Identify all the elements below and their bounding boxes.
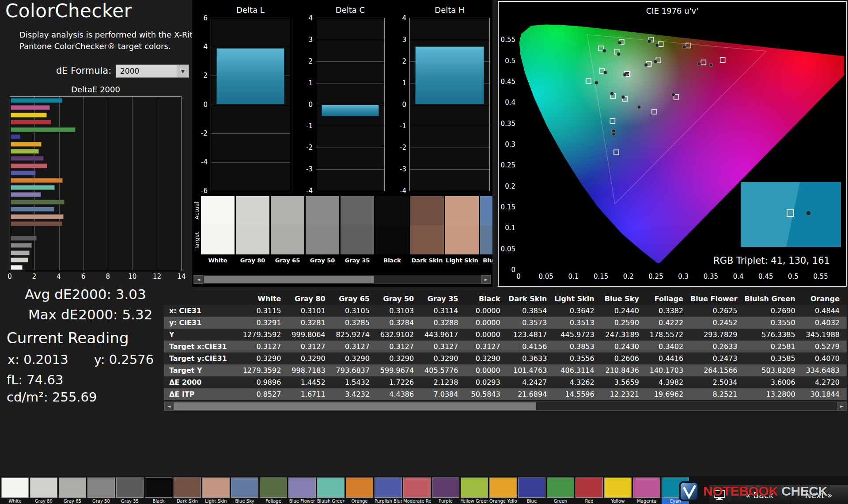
swatch-magenta[interactable]: Magenta [633, 477, 660, 504]
gridline [410, 126, 489, 126]
target-color [480, 225, 492, 254]
gridline [316, 40, 384, 40]
table-cell: 0.0293 [465, 376, 507, 388]
subtitle-line1: Display analysis is performed with the X… [19, 29, 201, 41]
target-color [410, 225, 444, 254]
swatch-purple[interactable]: Purple [432, 477, 459, 504]
actual-color [410, 196, 444, 225]
swatch-blue-flower[interactable]: Blue Flower [288, 477, 316, 504]
de-bar-dark-skin [11, 221, 62, 226]
de-bar-gray-65 [11, 250, 30, 255]
column-header-blue-sky: Blue Sky [602, 293, 646, 305]
strip-patch-gray-80: Gray 80 [236, 196, 269, 274]
swatch-gray-80[interactable]: Gray 80 [30, 477, 57, 504]
scroll-left-icon[interactable] [194, 275, 203, 284]
table-cell: 0.2430 [602, 341, 646, 352]
table-cell: 0.4032 [803, 317, 847, 329]
table-cell: 0.4844 [803, 305, 847, 317]
gridline [211, 47, 290, 47]
gridline [410, 40, 489, 40]
swatch-moderate-red[interactable]: Moderate Red [403, 477, 431, 504]
table-cell: 334.6483 [803, 364, 847, 376]
swatch-yellow[interactable]: Yellow [604, 477, 632, 504]
gridline [211, 105, 290, 105]
chevron-down-icon[interactable] [177, 65, 189, 77]
swatch-gray-35[interactable]: Gray 35 [116, 477, 144, 504]
swatch-orange[interactable]: Orange [346, 477, 373, 504]
scroll-left-icon[interactable] [164, 402, 174, 410]
chart-plot: 43210-1-2-3-4 [316, 18, 385, 191]
row-label: Y [164, 329, 242, 341]
strip-patch-blue-sky: Blue Sky [480, 196, 492, 274]
chart-title: Delta H [409, 5, 490, 16]
table-cell: 19.6962 [646, 388, 690, 400]
swatch-label: Green [547, 498, 574, 504]
axis-tick-label: -3 [400, 165, 406, 173]
scrollbar-thumb[interactable] [204, 276, 374, 283]
table-cell: 123.4817 [507, 329, 554, 341]
swatch-orange-yellow[interactable]: Orange Yellow [489, 477, 517, 504]
swatch-blue-sky[interactable]: Blue Sky [231, 477, 258, 504]
de-bar-blue-flower [11, 192, 41, 197]
subtitle-line2: Pantone ColorChecker® target colors. [19, 41, 201, 52]
de-formula-dropdown[interactable]: 2000 [116, 64, 189, 78]
target-color [236, 225, 269, 254]
axis-tick-label: 4 [203, 43, 208, 51]
swatch-dark-skin[interactable]: Dark Skin [174, 477, 201, 504]
axis-tick-label: 1 [402, 79, 406, 87]
patch-strip: Actual Target WhiteGray 80Gray 65Gray 50… [192, 196, 492, 274]
measured-marker-cyan [594, 81, 598, 84]
swatch-light-skin[interactable]: Light Skin [202, 477, 230, 504]
de-bar-purple [11, 156, 44, 161]
axis-tick-label: 2 [308, 57, 313, 65]
swatch-color [604, 477, 632, 498]
de2000-plot [10, 96, 182, 271]
swatch-gray-65[interactable]: Gray 65 [59, 477, 86, 504]
axis-tick-label: 2 [402, 57, 406, 65]
axis-tick-label: 2 [203, 72, 208, 80]
swatch-black[interactable]: Black [145, 477, 172, 504]
swatch-purplish-blue[interactable]: Purplish Blue [375, 477, 402, 504]
delta-chart-delta-h: Delta H43210-1-2-3-4 [394, 5, 490, 191]
swatch-label: Black [145, 498, 172, 504]
swatch-color [59, 477, 86, 498]
table-scrollbar[interactable] [164, 402, 847, 411]
swatch-white[interactable]: White [1, 477, 29, 504]
row-label: Target y:CIE31 [164, 352, 242, 364]
table-cell: 632.9102 [377, 329, 421, 341]
swatch-bluish-green[interactable]: Bluish Green [317, 477, 344, 504]
table-cell: 0.0000 [465, 317, 507, 329]
swatch-green[interactable]: Green [547, 477, 574, 504]
measured-marker-dark-skin [654, 60, 657, 63]
patch-selector-toolbar: WhiteGray 80Gray 65Gray 50Gray 35BlackDa… [1, 477, 689, 504]
table-cell: 0.4416 [646, 352, 690, 364]
scroll-right-icon[interactable] [481, 275, 491, 284]
actual-color [375, 196, 409, 225]
axis-tick-label: 0.15 [501, 203, 515, 211]
swatch-color [260, 477, 287, 498]
swatch-label: Yellow [604, 498, 632, 504]
patch-strip-scrollbar[interactable] [193, 275, 491, 284]
swatch-foliage[interactable]: Foliage [260, 477, 287, 504]
scroll-right-icon[interactable] [837, 402, 846, 410]
table-cell: 0.5279 [803, 341, 847, 352]
table-cell: 443.9617 [421, 329, 465, 341]
table-cell: 0.2590 [602, 317, 646, 329]
table-cell: 0.3115 [242, 305, 288, 317]
swatch-blue[interactable]: Blue [518, 477, 545, 504]
actual-row-label: Actual [193, 196, 200, 225]
strip-patch-gray-35: Gray 35 [341, 196, 374, 274]
swatch-red[interactable]: Red [575, 477, 603, 504]
swatch-yellow-green[interactable]: Yellow Green [461, 477, 488, 504]
measured-marker-blue-sky [610, 92, 614, 95]
scrollbar-thumb[interactable] [174, 402, 536, 410]
swatch-gray-50[interactable]: Gray 50 [87, 477, 115, 504]
measured-marker-orange-yellow [655, 44, 659, 47]
table-cell: 0.3290 [421, 352, 465, 364]
delta-bar [322, 105, 379, 117]
column-header-light-skin: Light Skin [554, 293, 601, 305]
de-bar-yellow-green [11, 149, 39, 154]
gridline [316, 83, 384, 83]
swatch-label: Dark Skin [174, 498, 201, 504]
target-color [341, 225, 374, 254]
